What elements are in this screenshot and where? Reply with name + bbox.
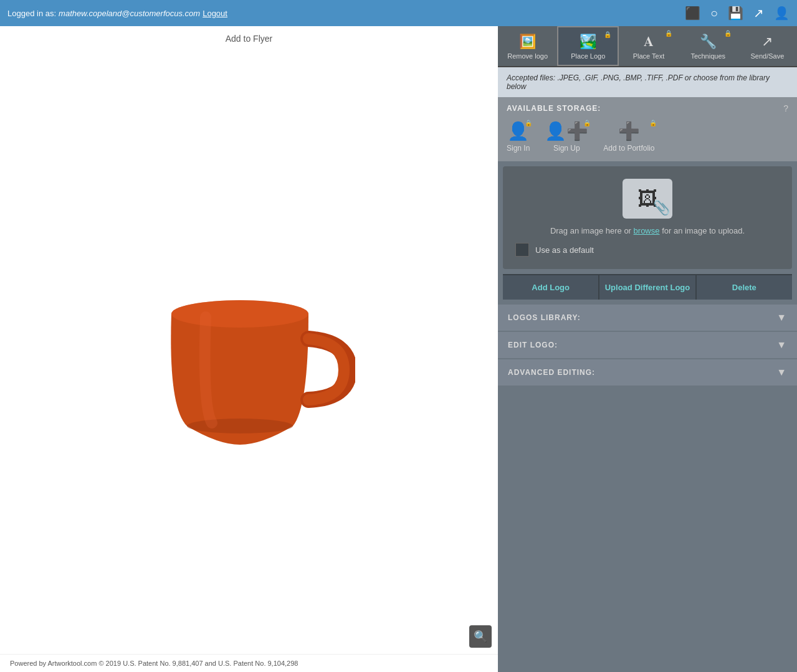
sign-up-icon: 👤➕ [545,121,588,141]
place-text-label: Place Text [633,52,665,60]
place-logo-button[interactable]: 🔒 🏞️ Place Logo [557,26,619,66]
place-text-icon: 𝐀 [644,34,654,50]
edit-logo-chevron: ▼ [776,339,787,351]
logos-library-chevron: ▼ [776,312,787,323]
techniques-lock-icon: 🔒 [724,30,732,37]
logos-library-header[interactable]: LOGOS LIBRARY: ▼ [498,305,797,331]
place-logo-icon: 🏞️ [580,34,596,50]
logos-library-label: LOGOS LIBRARY: [508,313,581,322]
default-checkbox-row: Use as a default [515,243,780,257]
upload-area: 🖼 📎 Drag an image here or browse for an … [503,166,792,269]
techniques-button[interactable]: 🔒 🔧 Techniques [679,26,738,66]
techniques-icon: 🔧 [700,34,717,50]
logos-library-section: LOGOS LIBRARY: ▼ [498,305,797,331]
edit-logo-section: EDIT LOGO: ▼ [498,332,797,358]
cloud-save-icon[interactable]: 💾 [728,6,743,21]
storage-header: AVAILABLE STORAGE: ? [507,103,788,113]
drag-label: Drag an image here or [550,226,631,235]
accepted-files-note: Accepted files: .JPEG, .GIF, .PNG, .BMP,… [498,67,797,97]
logout-link[interactable]: Logout [203,9,227,18]
lock-icon: 🔒 [604,31,611,38]
accepted-files-text: Accepted files: .JPEG, .GIF, .PNG, .BMP,… [507,73,770,91]
add-portfolio-label: Add to Portfolio [603,144,654,153]
save-icon[interactable]: ⬛ [685,6,700,21]
magnify-button[interactable]: 🔍 [469,625,492,648]
main-layout: Add to Flyer 🔍 Powered by A [0,26,797,672]
svg-point-1 [171,300,308,328]
sign-in-label: Sign In [507,144,530,153]
remove-logo-label: Remove logo [507,52,548,60]
add-logo-button[interactable]: Add Logo [503,275,599,300]
logged-in-label: Logged in as: [7,9,56,18]
browse-link[interactable]: browse [634,226,660,235]
storage-help-icon[interactable]: ? [783,103,788,113]
svg-point-2 [187,419,293,433]
drag-text: Drag an image here or browse for an imag… [550,226,745,235]
send-save-label: Send/Save [751,52,785,60]
place-text-button[interactable]: 🔒 𝐀 Place Text [619,26,678,66]
topbar: Logged in as: mathew.copeland@customerfo… [0,0,797,26]
upload-drop-icon: 🖼 📎 [623,179,672,219]
upload-different-logo-button[interactable]: Upload Different Logo [599,275,696,300]
footer: Powered by Artworktool.com © 2019 U.S. P… [0,654,498,672]
login-info: Logged in as: mathew.copeland@customerfo… [7,9,227,18]
advanced-editing-header[interactable]: ADVANCED EDITING: ▼ [498,359,797,386]
user-icon[interactable]: 👤 [774,6,790,21]
action-buttons: Add Logo Upload Different Logo Delete [503,274,792,300]
canvas-area: Add to Flyer 🔍 Powered by A [0,26,498,672]
sign-up-lock-icon: 🔒 [583,120,591,126]
for-text: for an image to upload. [662,226,745,235]
send-save-icon: ↗ [761,34,773,50]
clip-icon: 📎 [653,200,670,216]
add-portfolio-storage-item[interactable]: 🔒 ➕ Add to Portfolio [603,121,654,153]
search-icon[interactable]: ○ [710,6,718,21]
advanced-editing-section: ADVANCED EDITING: ▼ [498,359,797,386]
toolbar: 🖼️ Remove logo 🔒 🏞️ Place Logo 🔒 𝐀 Place… [498,26,797,67]
advanced-editing-chevron: ▼ [776,367,787,378]
advanced-editing-label: ADVANCED EDITING: [508,368,595,377]
send-save-button[interactable]: ↗ Send/Save [738,26,797,66]
footer-text: Powered by Artworktool.com © 2019 U.S. P… [10,660,298,667]
top-icons: ⬛ ○ 💾 ↗ 👤 [685,6,790,21]
sign-in-storage-item[interactable]: 🔒 👤 Sign In [507,121,530,153]
place-logo-label: Place Logo [571,52,605,60]
add-portfolio-lock-icon: 🔒 [649,120,657,126]
sign-up-storage-item[interactable]: 🔒 👤➕ Sign Up [545,121,588,153]
remove-logo-icon: 🖼️ [519,34,536,50]
share-icon[interactable]: ↗ [753,6,764,21]
add-portfolio-icon: ➕ [618,121,640,141]
edit-logo-header[interactable]: EDIT LOGO: ▼ [498,332,797,358]
default-label: Use as a default [535,245,594,255]
available-storage: AVAILABLE STORAGE: ? 🔒 👤 Sign In 🔒 👤➕ Si… [498,97,797,161]
mug-image [143,245,355,457]
magnify-icon: 🔍 [474,630,487,643]
right-panel: 🖼️ Remove logo 🔒 🏞️ Place Logo 🔒 𝐀 Place… [498,26,797,672]
sign-in-lock-icon: 🔒 [525,120,532,126]
storage-title: AVAILABLE STORAGE: [507,104,601,113]
delete-button[interactable]: Delete [697,275,792,300]
mug-container: 🔍 [0,49,498,654]
place-text-lock-icon: 🔒 [665,30,672,37]
sign-up-label: Sign Up [553,144,580,153]
user-email: mathew.copeland@customerfocus.com [59,9,200,18]
add-to-flyer-label: Add to Flyer [0,26,498,49]
remove-logo-button[interactable]: 🖼️ Remove logo [498,26,557,66]
edit-logo-label: EDIT LOGO: [508,341,558,349]
default-checkbox[interactable] [515,243,529,257]
storage-icons: 🔒 👤 Sign In 🔒 👤➕ Sign Up 🔒 ➕ Add to Port… [507,118,788,155]
techniques-label: Techniques [690,52,725,60]
